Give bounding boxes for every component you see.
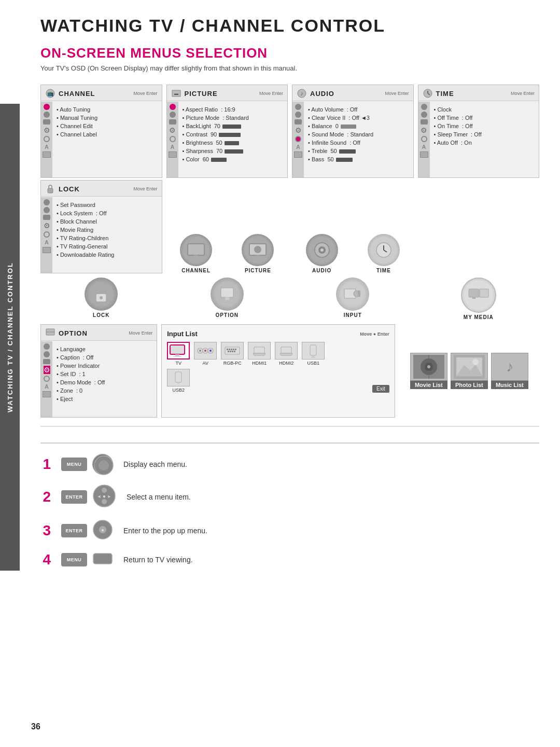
input-rgbpc-icon[interactable]	[221, 342, 244, 359]
sidebar-img-a	[294, 151, 302, 158]
lock-menu-title: LOCK	[59, 185, 130, 193]
sidebar-img-o	[43, 391, 51, 397]
channel-menu-header: 📺 CHANNEL Move Enter	[41, 85, 162, 101]
treble-bar	[339, 149, 356, 154]
svg-rect-51	[232, 351, 233, 352]
sidebar-circle	[44, 136, 50, 142]
channel-item-0: • Auto Tuning	[57, 105, 97, 114]
input-rgbpc-item[interactable]: RGB-PC	[221, 342, 244, 366]
step-4-menu-btn[interactable]: MENU	[61, 553, 87, 566]
exit-button[interactable]: Exit	[372, 385, 389, 393]
mymedia-circle-icon[interactable]	[461, 278, 496, 313]
input-usb2-item[interactable]: USB2	[167, 369, 190, 393]
steps-section: 1 MENU Display each menu. 2 ENTER	[40, 442, 539, 568]
sidebar-a-o: A	[45, 383, 49, 390]
input-list-title: Input List	[167, 330, 198, 338]
movie-list-card[interactable]: Movie List	[410, 353, 447, 389]
picture-item-4: • Brightness50	[183, 139, 249, 147]
input-av-icon[interactable]	[194, 342, 217, 359]
picture-icon: ▬	[171, 88, 181, 99]
sidebar-dot-a1	[295, 104, 301, 110]
step-3-num: 3	[40, 522, 51, 539]
input-hdmi2-icon[interactable]	[275, 342, 298, 359]
step-1-row: 1 MENU Display each menu.	[40, 454, 539, 475]
balance-bar	[341, 125, 356, 129]
step-4-row: 4 MENU Return to TV viewing.	[40, 551, 539, 568]
input-av-item[interactable]: AV	[194, 342, 217, 366]
sidebar-a-p: A	[171, 144, 175, 150]
channel-item-3: • Channel Label	[57, 130, 97, 139]
contrast-bar	[219, 133, 241, 137]
svg-rect-9	[48, 188, 53, 193]
svg-point-22	[100, 296, 103, 299]
time-circle-icon[interactable]	[368, 234, 400, 266]
option-icon-row: OPTION	[166, 275, 288, 322]
svg-rect-57	[310, 345, 316, 355]
svg-point-42	[209, 350, 212, 352]
icon-audio-wrap: AUDIO	[306, 234, 338, 273]
music-list-card[interactable]: ♪ Music List	[491, 353, 528, 389]
option-item-5: • Zone: 0	[57, 386, 105, 395]
input-usb1-item[interactable]: USB1	[302, 342, 325, 366]
option-item-6: • Eject	[57, 395, 105, 403]
step-2-enter-btn[interactable]: ENTER	[61, 490, 87, 504]
step-2-num: 2	[40, 489, 51, 505]
input-hdmi2-item[interactable]: HDMI2	[275, 342, 298, 366]
sidebar-dot-1	[44, 104, 50, 110]
svg-rect-47	[233, 349, 234, 350]
music-list-label: Music List	[491, 381, 528, 389]
option-menu-box: OPTION Move Enter ⚙ A • Language • Capti…	[40, 324, 157, 418]
lock-circle-icon[interactable]	[85, 278, 118, 311]
input-hdmi1-icon[interactable]	[248, 342, 271, 359]
channel-circle-icon[interactable]	[180, 234, 212, 266]
icon-time-label: TIME	[376, 268, 391, 273]
svg-rect-61	[177, 382, 179, 384]
picture-circle-icon[interactable]	[242, 234, 274, 266]
step-2-buttons: ENTER ● ◄ ►	[61, 484, 116, 510]
sidebar-dot-a2	[295, 112, 301, 118]
icon-picture-label: PICTURE	[245, 268, 271, 273]
input-tv-item[interactable]: TV	[167, 342, 190, 366]
input-circle-icon[interactable]	[336, 278, 369, 311]
sidebar-gear-a: ⚙	[295, 126, 302, 134]
step-4-desc: Return to TV viewing.	[123, 556, 193, 564]
option-menu-title: OPTION	[59, 329, 125, 337]
color-bar	[211, 158, 227, 162]
photo-list-card[interactable]: Photo List	[451, 353, 488, 389]
option-circle-icon[interactable]	[211, 278, 244, 311]
input-hdmi1-item[interactable]: HDMI1	[248, 342, 271, 366]
input-tv-icon[interactable]	[167, 342, 190, 359]
sidebar-img-l	[43, 247, 51, 253]
svg-marker-56	[280, 353, 292, 355]
input-usb2-row: USB2 Exit	[167, 369, 389, 393]
audio-menu-title: AUDIO	[310, 90, 382, 98]
picture-item-2: • BackLight70	[183, 122, 249, 130]
input-usb1-icon[interactable]	[302, 342, 325, 359]
icon-mymedia-wrap: MY MEDIA	[461, 278, 496, 320]
step-4-num: 4	[40, 551, 51, 568]
lock-menu-box: LOCK Move Enter ⚙ A • Set Password • Loc…	[40, 180, 162, 273]
step-1-menu-btn[interactable]: MENU	[61, 458, 87, 471]
svg-rect-10	[188, 244, 204, 255]
svg-rect-25	[223, 300, 231, 301]
sidebar-gear-l: ⚙	[44, 222, 50, 230]
svg-text:●: ●	[101, 527, 104, 533]
step-3-enter-btn[interactable]: ENTER	[61, 524, 87, 537]
svg-text:▬: ▬	[174, 91, 178, 96]
step-3-desc: Enter to the pop up menu.	[123, 527, 207, 535]
audio-menu-controls: Move Enter	[385, 91, 409, 96]
lock-icon	[45, 184, 55, 194]
sidebar-img-p	[169, 151, 177, 158]
audio-circle-icon[interactable]	[306, 234, 338, 266]
sidebar-dot-2	[44, 112, 50, 118]
icon-option-label: OPTION	[216, 312, 239, 318]
channel-item-1: • Manual Tuning	[57, 114, 97, 122]
sidebar-gear-o: ⚙	[44, 366, 50, 374]
time-item-2: • On Time: Off	[434, 122, 482, 130]
sidebar-rect-a	[295, 119, 302, 125]
lock-item-4: • TV Rating-Children	[57, 234, 114, 242]
input-usb2-icon[interactable]	[167, 369, 190, 386]
input-icon-row: INPUT	[292, 275, 414, 322]
time-item-0: • Clock	[434, 105, 482, 114]
lock-item-0: • Set Password	[57, 201, 114, 209]
